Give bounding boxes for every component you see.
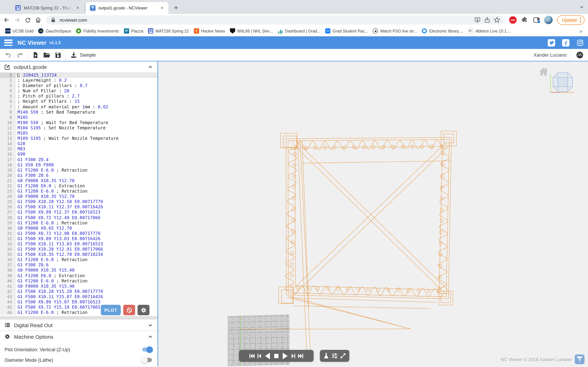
- bookmark-item[interactable]: Dashboard | Grad...: [275, 27, 323, 35]
- code-line[interactable]: 17G1 F300 Z0.4: [0, 157, 157, 162]
- play-reverse-button[interactable]: [263, 351, 272, 360]
- tab-search-chevron-icon[interactable]: [578, 3, 585, 10]
- bookmark-item[interactable]: ✱Fidelity Investments: [74, 27, 121, 35]
- plot-viewport[interactable]: NC Viewer © 2018 Xander Luciano: [158, 61, 588, 366]
- skip-end-button[interactable]: [297, 352, 304, 359]
- code-line[interactable]: 35G1 F500 X10.35 Y12.70 E0.00718234: [0, 252, 157, 257]
- facebook-icon[interactable]: [562, 39, 570, 46]
- code-line[interactable]: 40G1 F1200 E-6.0 ; Retraction: [0, 278, 157, 284]
- gcode-editor[interactable]: 1; 220425_1137242; LayerHeight : 0.23; D…: [0, 73, 157, 316]
- code-line[interactable]: 25G1 F500 X10.28 Y12.50 E0.00717779: [0, 200, 157, 205]
- forward-button[interactable]: [13, 15, 22, 25]
- plot-button[interactable]: PLOT: [101, 305, 121, 315]
- extensions-puzzle-icon[interactable]: [521, 16, 529, 24]
- bookmark-item[interactable]: UCSBUCSB Gold: [3, 27, 36, 35]
- sliders-button[interactable]: [331, 352, 338, 359]
- code-line[interactable]: 7; Amount of material per 1mm : 0.02: [0, 104, 157, 109]
- code-line[interactable]: 11M104 S195 ; Set Nozzle Temperature: [0, 125, 157, 131]
- plot-settings-button[interactable]: [138, 305, 149, 315]
- code-line[interactable]: 32G1 F500 X9.89 Y13.03 E0.00716426: [0, 236, 157, 242]
- save-icon[interactable]: [53, 50, 62, 59]
- code-line[interactable]: 6; Height of Pillars : 15: [0, 99, 157, 104]
- editor-scrollbar[interactable]: [0, 316, 157, 319]
- orientation-cube[interactable]: [550, 71, 575, 94]
- menu-hamburger-icon[interactable]: [4, 40, 13, 46]
- bookmarks-overflow-chevron[interactable]: »: [577, 28, 585, 34]
- ncviewer-logo[interactable]: [575, 354, 585, 364]
- browser-tab[interactable]: output1.gcode - NCViewer×: [86, 2, 168, 14]
- gcode-panel-header[interactable]: output1.gcode: [0, 61, 157, 73]
- reload-button[interactable]: [23, 15, 32, 25]
- code-line[interactable]: 33G1 F500 X10.11 Y13.03 E0.00716523: [0, 242, 157, 247]
- code-line[interactable]: 27G1 F500 X9.89 Y12.37 E0.00716523: [0, 210, 157, 215]
- code-line[interactable]: 39G1 F1200 E6.0 ; Extraction: [0, 273, 157, 278]
- step-back-button[interactable]: [256, 352, 262, 359]
- machine-options-section[interactable]: Machine Options: [0, 331, 157, 342]
- undo-icon[interactable]: [4, 50, 13, 59]
- code-line[interactable]: 42G1 F500 X10.28 Y15.20 E0.00717779: [0, 289, 157, 294]
- bookmark-item[interactable]: boxGrad Student Pac...: [323, 27, 371, 35]
- bookmark-star-icon[interactable]: [494, 17, 501, 23]
- install-icon[interactable]: [474, 17, 481, 23]
- play-forward-button[interactable]: [281, 351, 289, 360]
- address-bar[interactable]: ncviewer.com: [46, 15, 504, 25]
- code-line[interactable]: 14G28: [0, 141, 157, 146]
- code-line[interactable]: 31G1 F500 X9.72 Y12.90 E0.00717779: [0, 231, 157, 236]
- code-line[interactable]: 21G0 F9000 X10.35 Y12.70: [0, 178, 157, 184]
- dashboard-gauge-icon[interactable]: [575, 50, 584, 59]
- stop-button[interactable]: [273, 352, 280, 359]
- option-toggle[interactable]: [142, 347, 152, 352]
- bookmark-item[interactable]: MAT238 Spring 22: [146, 27, 191, 35]
- open-file-icon[interactable]: [42, 50, 51, 59]
- tab-close-icon[interactable]: ×: [159, 5, 165, 11]
- code-line[interactable]: 1; 220425_113724: [0, 73, 157, 78]
- bookmark-item[interactable]: YHacker News: [191, 27, 227, 35]
- code-line[interactable]: 38G0 F9000 X10.35 Y15.40: [0, 268, 157, 273]
- new-file-icon[interactable]: [31, 50, 40, 59]
- code-line[interactable]: 16G90: [0, 152, 157, 157]
- code-line[interactable]: 34G1 F500 X10.28 Y12.91 E0.00717066: [0, 247, 157, 252]
- bookmark-item[interactable]: Watch PSG live str...: [371, 27, 419, 35]
- fullscreen-button[interactable]: [339, 352, 346, 359]
- code-line[interactable]: 9M105: [0, 115, 157, 120]
- code-line[interactable]: 12M105: [0, 131, 157, 136]
- collapse-chevron-up-icon[interactable]: [147, 64, 153, 70]
- twitter-icon[interactable]: [548, 39, 555, 46]
- new-tab-button[interactable]: +: [171, 3, 181, 13]
- code-line[interactable]: 36G1 F1200 E-6.0 ; Retraction: [0, 258, 157, 263]
- skip-start-button[interactable]: [249, 352, 255, 359]
- code-line[interactable]: 8M140 S50 ; Set Bed Temperature: [0, 109, 157, 115]
- step-forward-button[interactable]: [290, 352, 297, 359]
- code-line[interactable]: 20G1 F300 Z0.6: [0, 173, 157, 178]
- code-line[interactable]: 22G1 F1200 E6.0 ; Extraction: [0, 184, 157, 189]
- code-line[interactable]: 44G1 F500 X9.89 Y15.07 E0.00716523: [0, 300, 157, 305]
- sample-button[interactable]: Sample: [80, 52, 96, 58]
- digital-readout-section[interactable]: Digital Read Out: [0, 319, 157, 331]
- user-name[interactable]: Xander Luciano: [534, 52, 567, 58]
- profile-avatar[interactable]: [545, 16, 553, 24]
- option-toggle[interactable]: [142, 358, 152, 362]
- bookmark-item[interactable]: PcAbleton Live 10.1....: [466, 27, 513, 35]
- code-line[interactable]: 15M83: [0, 147, 157, 152]
- share-icon[interactable]: [484, 17, 491, 23]
- flask-button[interactable]: [323, 352, 330, 359]
- code-line[interactable]: 29G1 F1200 E-6.0 ; Retraction: [0, 220, 157, 226]
- bookmark-item[interactable]: Electronic library....: [419, 27, 466, 35]
- side-panel-icon[interactable]: [533, 16, 541, 24]
- update-button[interactable]: Update: [557, 15, 585, 25]
- code-line[interactable]: 41G0 F9000 X10.35 Y15.40: [0, 284, 157, 289]
- download-sample-icon[interactable]: [69, 50, 78, 59]
- browser-menu-icon[interactable]: [580, 17, 581, 22]
- code-line[interactable]: 26G1 F500 X10.11 Y12.37 E0.00716426: [0, 205, 157, 210]
- code-line[interactable]: 28G1 F500 X9.72 Y12.49 E0.00717066: [0, 215, 157, 220]
- instagram-icon[interactable]: [576, 39, 584, 46]
- redo-icon[interactable]: [15, 50, 24, 59]
- reset-view-home-icon[interactable]: [538, 67, 549, 78]
- browser-tab[interactable]: MAT238 Spring 22 - Thursday×: [11, 2, 84, 14]
- code-line[interactable]: 30G0 F9000 X9.65 Y12.70: [0, 226, 157, 231]
- code-line[interactable]: 2; LayerHeight : 0.2: [0, 78, 157, 83]
- code-line[interactable]: 23G1 F1200 E-6.0 ; Retraction: [0, 189, 157, 194]
- stop-plot-button[interactable]: [123, 305, 135, 315]
- home-button[interactable]: [34, 15, 43, 25]
- code-line[interactable]: 24G0 F9000 X10.35 Y12.70: [0, 194, 157, 199]
